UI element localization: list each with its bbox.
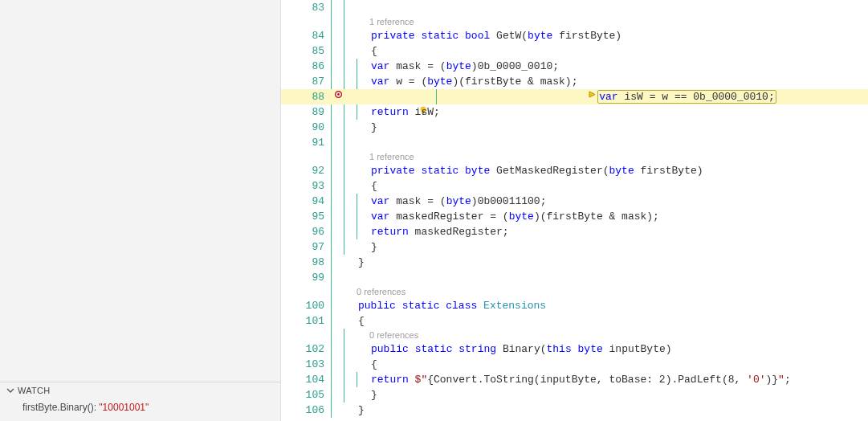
execution-pointer-icon <box>513 74 599 120</box>
line-number: 105 <box>294 387 331 403</box>
line-number: 93 <box>294 178 331 194</box>
code-line[interactable]: 92 private static byte GetMaskedRegister… <box>281 163 868 178</box>
code-line[interactable]: 84 private static bool GetW(byte firstBy… <box>281 28 868 43</box>
line-number: 100 <box>294 298 331 313</box>
code-text: } <box>357 255 365 270</box>
line-number: 87 <box>294 74 331 89</box>
code-text: var mask = (byte)0b00011100; <box>369 194 546 209</box>
watch-panel: WATCH firstByte.Binary(): "10001001" <box>0 382 280 421</box>
code-line[interactable]: 97 } <box>281 239 868 255</box>
breakpoint-icon[interactable] <box>281 74 294 120</box>
code-text: var maskedRegister = (byte)(firstByte & … <box>369 209 659 224</box>
codelens-text[interactable]: 1 reference <box>369 150 414 163</box>
code-text: { <box>369 43 377 59</box>
code-line[interactable]: 93 { <box>281 178 868 194</box>
code-line[interactable]: 94 var mask = (byte)0b00011100; <box>281 194 868 209</box>
line-number: 86 <box>294 59 331 74</box>
code-text: { <box>369 178 377 194</box>
line-number: 99 <box>294 270 331 285</box>
code-line[interactable]: 106 } <box>281 403 868 418</box>
codelens-text[interactable]: 0 references <box>369 329 418 341</box>
line-number: 101 <box>294 313 331 329</box>
code-line[interactable]: 103 { <box>281 357 868 372</box>
code-line[interactable]: 105 } <box>281 387 868 403</box>
code-line[interactable]: 100 public static class Extensions <box>281 298 868 313</box>
line-number: 96 <box>294 224 331 239</box>
code-line[interactable]: 102 public static string Binary(this byt… <box>281 341 868 357</box>
line-number: 83 <box>294 0 331 15</box>
code-text: return $"{Convert.ToString(inputByte, to… <box>369 372 791 387</box>
code-text: } <box>357 403 365 418</box>
code-line[interactable]: 104 return $"{Convert.ToString(inputByte… <box>281 372 868 387</box>
code-line[interactable]: 98 } <box>281 255 868 270</box>
debug-sidebar: WATCH firstByte.Binary(): "10001001" <box>0 0 281 421</box>
line-number: 85 <box>294 43 331 59</box>
code-text: } <box>369 387 377 403</box>
line-number: 84 <box>294 28 331 43</box>
code-line[interactable]: 95 var maskedRegister = (byte)(firstByte… <box>281 209 868 224</box>
line-number: 91 <box>294 135 331 150</box>
watch-value: "10001001" <box>99 402 149 413</box>
code-line[interactable]: 83 <box>281 0 868 15</box>
code-line[interactable]: 101 { <box>281 313 868 329</box>
line-number: 102 <box>294 341 331 357</box>
line-number: 90 <box>294 120 331 135</box>
codelens[interactable]: 1 reference <box>281 15 868 28</box>
codelens[interactable]: 0 references <box>281 329 868 341</box>
codelens-text[interactable]: 0 references <box>357 285 405 298</box>
codelens[interactable]: 1 reference <box>281 150 868 163</box>
line-number: 97 <box>294 239 331 255</box>
code-line[interactable]: 99 <box>281 270 868 285</box>
line-number: 88 <box>294 89 331 104</box>
code-view: 83 1 reference 84 private static bool Ge… <box>281 0 868 421</box>
code-text: { <box>357 313 365 329</box>
code-text: private static byte GetMaskedRegister(by… <box>369 163 703 178</box>
code-text: return maskedRegister; <box>369 224 509 239</box>
watch-header[interactable]: WATCH <box>0 382 280 399</box>
code-line[interactable]: 85 { <box>281 43 868 59</box>
line-number: 98 <box>294 255 331 270</box>
code-text: } <box>369 239 377 255</box>
line-number: 95 <box>294 209 331 224</box>
code-text: } <box>369 120 377 135</box>
watch-body: firstByte.Binary(): "10001001" <box>0 399 280 421</box>
current-exec-line[interactable]: 88 var isW = w == 0b_0000_0010; <box>281 89 868 104</box>
code-text: public static string Binary(this byte in… <box>369 341 672 357</box>
lightbulb-icon[interactable] <box>343 89 428 104</box>
line-number: 92 <box>294 163 331 178</box>
code-text: return isW; <box>369 104 440 120</box>
code-text: { <box>369 357 377 372</box>
chevron-down-icon <box>6 386 14 394</box>
line-number: 106 <box>294 403 331 418</box>
root: WATCH firstByte.Binary(): "10001001" 83 <box>0 0 868 421</box>
watch-item[interactable]: firstByte.Binary(): "10001001" <box>22 402 274 413</box>
line-number: 104 <box>294 372 331 387</box>
code-line[interactable]: 96 return maskedRegister; <box>281 224 868 239</box>
watch-title: WATCH <box>18 386 51 395</box>
watch-expression: firstByte.Binary() <box>22 402 94 413</box>
codelens[interactable]: 0 references <box>281 285 868 298</box>
code-editor[interactable]: 83 1 reference 84 private static bool Ge… <box>281 0 868 421</box>
code-text: public static class Extensions <box>357 298 546 313</box>
sidebar-spacer <box>0 0 280 382</box>
code-line[interactable]: 91 <box>281 135 868 150</box>
line-number: 103 <box>294 357 331 372</box>
code-text: private static bool GetW(byte firstByte) <box>369 28 621 43</box>
line-number: 94 <box>294 194 331 209</box>
codelens-text[interactable]: 1 reference <box>369 15 414 28</box>
code-text: var isW = w == 0b_0000_0010; <box>449 59 776 135</box>
line-number: 89 <box>294 104 331 120</box>
